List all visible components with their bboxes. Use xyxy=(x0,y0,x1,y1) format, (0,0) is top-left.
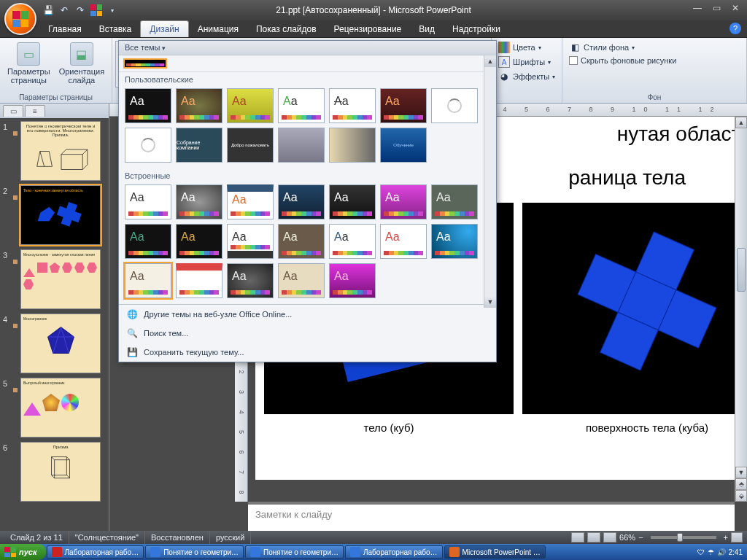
zoom-in-icon[interactable]: + xyxy=(724,533,728,542)
tray-time[interactable]: 2:41 xyxy=(729,548,743,556)
theme-custom-6[interactable]: Aa xyxy=(380,88,427,123)
scroll-down-icon[interactable]: ▼ xyxy=(735,467,747,478)
prev-slide-icon[interactable]: ⬘ xyxy=(735,478,747,490)
tab-addins[interactable]: Надстройки xyxy=(444,21,509,37)
slide-thumb-5[interactable]: Выпуклый многогранник xyxy=(20,378,101,438)
gallery-search-themes[interactable]: 🔍Поиск тем... xyxy=(119,324,496,343)
theme-bi-11[interactable]: Aa xyxy=(278,224,325,259)
theme-bi-12[interactable]: Aa xyxy=(329,224,376,259)
theme-bi-8[interactable]: Aa xyxy=(125,224,171,259)
theme-bi-10[interactable]: Aa xyxy=(227,224,274,259)
slide-thumb-6[interactable]: Призма xyxy=(20,442,101,502)
qat-dropdown-icon[interactable]: ▾ xyxy=(105,3,120,18)
theme-custom-2[interactable]: Aa xyxy=(176,88,222,123)
theme-bi-1[interactable]: Aa xyxy=(125,184,171,219)
tray-umbrella-icon[interactable]: ☂ xyxy=(708,548,714,556)
scroll-up-icon[interactable]: ▲ xyxy=(735,117,747,128)
gallery-save-theme[interactable]: 💾Сохранить текущую тему... xyxy=(119,343,496,362)
tab-animation[interactable]: Анимация xyxy=(189,21,247,37)
status-lang[interactable]: русский xyxy=(210,531,251,544)
office-button[interactable] xyxy=(4,3,36,35)
theme-custom-11[interactable] xyxy=(329,128,376,163)
theme-custom-1[interactable]: Aa xyxy=(125,88,171,123)
page-setup-button[interactable]: ▭ Параметры страницы xyxy=(4,41,53,86)
slide-thumb-2[interactable]: Тело - конечная замкнутая область xyxy=(20,185,101,245)
orientation-button[interactable]: ⬓ Ориентация слайда xyxy=(56,41,107,86)
theme-bi-9[interactable]: Aa xyxy=(176,224,222,259)
next-slide-icon[interactable]: ⬙ xyxy=(735,490,747,502)
tab-slideshow[interactable]: Показ слайдов xyxy=(247,21,325,37)
taskbar-item-4[interactable]: Лабораторная рабо… xyxy=(345,545,443,559)
taskbar-item-1[interactable]: Лабораторная рабо… xyxy=(47,545,144,559)
theme-custom-3[interactable]: Aa xyxy=(227,88,274,123)
outline-tab[interactable]: ≡ xyxy=(25,105,45,117)
hide-background-checkbox[interactable]: Скрыть фоновые рисунки xyxy=(567,55,742,66)
effects-button[interactable]: ◕Эффекты▾ xyxy=(496,70,557,83)
taskbar-item-5[interactable]: Microsoft PowerPoint … xyxy=(444,545,546,559)
theme-bi-6[interactable]: Aa xyxy=(380,184,427,219)
close-icon[interactable]: ✕ xyxy=(727,1,744,15)
status-slide[interactable]: Слайд 2 из 11 xyxy=(4,531,69,544)
zoom-slider[interactable] xyxy=(651,536,716,539)
help-icon[interactable]: ? xyxy=(729,23,741,34)
theme-bi-14[interactable]: Aa xyxy=(431,224,478,259)
background-styles-button[interactable]: ◧Стили фона▾ xyxy=(567,41,742,54)
zoom-out-icon[interactable]: − xyxy=(638,533,643,542)
tab-design[interactable]: Дизайн xyxy=(140,20,188,37)
theme-bi-7[interactable]: Aa xyxy=(431,184,478,219)
tray-volume-icon[interactable]: 🔊 xyxy=(717,548,726,556)
notes-pane[interactable]: Заметки к слайду xyxy=(248,502,735,531)
tray-shield-icon[interactable]: 🛡 xyxy=(697,548,705,556)
current-theme-thumb[interactable] xyxy=(123,58,167,69)
gallery-scroll-up-icon[interactable]: ▲ xyxy=(484,55,496,67)
theme-bi-5[interactable]: Aa xyxy=(329,184,376,219)
theme-bi-18[interactable]: Aa xyxy=(278,263,325,298)
maximize-icon[interactable]: ▭ xyxy=(708,1,725,15)
slide-thumb-4[interactable]: Многогранник xyxy=(20,314,101,373)
normal-view-icon[interactable] xyxy=(571,532,584,542)
vertical-scrollbar[interactable]: ▲ ▼ ⬘ ⬙ xyxy=(735,117,747,502)
tab-view[interactable]: Вид xyxy=(410,21,444,37)
undo-icon[interactable]: ↶ xyxy=(57,3,71,18)
slide-thumb-3[interactable]: Многоугольник - замкнутая плоская линия xyxy=(20,249,101,309)
theme-custom-4[interactable]: Aa xyxy=(278,88,325,123)
save-icon[interactable]: 💾 xyxy=(41,3,55,18)
minimize-icon[interactable]: — xyxy=(689,1,706,15)
taskbar-item-2[interactable]: Понятие о геометри… xyxy=(145,545,244,559)
theme-bi-16[interactable]: Aa xyxy=(176,263,222,298)
theme-bi-19[interactable]: Aa xyxy=(329,263,376,298)
zoom-value[interactable]: 66% xyxy=(619,533,635,542)
gallery-scrollbar[interactable]: ▲ ▼ xyxy=(484,55,496,308)
gallery-more-online[interactable]: 🌐Другие темы на веб-узле Office Online..… xyxy=(119,305,496,324)
taskbar-item-3[interactable]: Понятие о геометри… xyxy=(245,545,344,559)
theme-bi-4[interactable]: Aa xyxy=(278,184,325,219)
theme-bi-2[interactable]: Aa xyxy=(176,184,222,219)
scroll-thumb[interactable] xyxy=(737,248,746,292)
redo-icon[interactable]: ↷ xyxy=(73,3,88,18)
colors-button[interactable]: Цвета▾ xyxy=(496,41,557,54)
theme-bi-15[interactable]: Aa xyxy=(125,263,171,298)
theme-bi-13[interactable]: Aa xyxy=(380,224,427,259)
tab-insert[interactable]: Вставка xyxy=(90,21,141,37)
fit-window-icon[interactable] xyxy=(731,532,743,542)
tab-home[interactable]: Главная xyxy=(39,21,90,37)
theme-bi-3[interactable]: Aa xyxy=(227,184,274,219)
status-theme[interactable]: "Солнцестояние" xyxy=(69,531,145,544)
theme-custom-5[interactable]: Aa xyxy=(329,88,376,123)
theme-custom-12[interactable]: Обучение xyxy=(380,128,427,163)
theme-custom-9[interactable]: Добро пожаловать xyxy=(227,128,274,163)
theme-bi-17[interactable]: Aa xyxy=(227,263,274,298)
theme-custom-10[interactable] xyxy=(278,128,325,163)
start-button[interactable]: пуск xyxy=(0,544,46,560)
tab-review[interactable]: Рецензирование xyxy=(325,21,411,37)
system-tray[interactable]: 🛡 ☂ 🔊 2:41 xyxy=(693,548,747,556)
qat-theme-icon[interactable] xyxy=(89,3,104,18)
sorter-view-icon[interactable] xyxy=(587,532,600,542)
gallery-scroll-down-icon[interactable]: ▼ xyxy=(484,296,496,308)
slideshow-view-icon[interactable] xyxy=(603,532,616,542)
fonts-button[interactable]: AШрифты▾ xyxy=(496,55,557,69)
slide-thumb-1[interactable]: Понятие о геометрическом теле и его пове… xyxy=(20,121,101,181)
slides-tab[interactable]: ▭ xyxy=(3,105,23,117)
theme-custom-8[interactable]: Собрание компании xyxy=(176,128,222,163)
gallery-header[interactable]: Все темы▾ xyxy=(119,41,496,55)
